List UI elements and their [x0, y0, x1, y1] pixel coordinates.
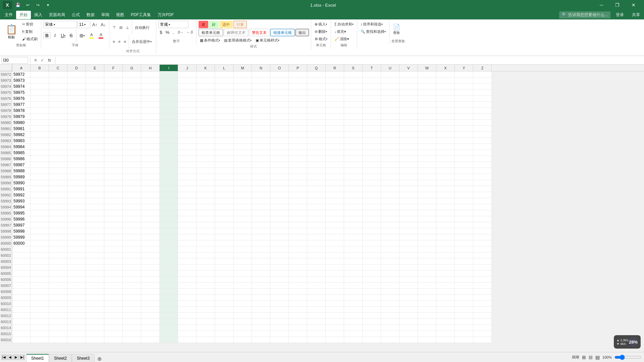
grid-cell[interactable] — [215, 216, 233, 222]
grid-cell[interactable] — [86, 270, 104, 277]
grid-cell[interactable] — [455, 307, 473, 313]
grid-cell[interactable] — [418, 331, 436, 337]
grid-cell[interactable] — [473, 96, 492, 102]
grid-cell[interactable] — [67, 180, 86, 186]
grid-cell[interactable] — [86, 210, 104, 216]
grid-cell[interactable] — [104, 126, 123, 132]
grid-cell[interactable] — [363, 120, 381, 126]
grid-cell[interactable] — [326, 71, 344, 77]
row-number[interactable]: 59980 — [0, 120, 12, 126]
font-name-selector[interactable]: 宋体 ▾ — [43, 21, 77, 28]
grid-cell[interactable] — [473, 186, 492, 192]
row-number[interactable]: 59983 — [0, 138, 12, 144]
grid-cell[interactable] — [381, 168, 399, 174]
grid-cell[interactable] — [86, 150, 104, 156]
grid-cell[interactable] — [326, 283, 344, 289]
grid-cell[interactable] — [326, 77, 344, 83]
grid-cell[interactable] — [197, 295, 215, 301]
grid-cell[interactable] — [67, 162, 86, 168]
grid-cell[interactable] — [215, 83, 233, 89]
grid-cell[interactable] — [344, 138, 363, 144]
grid-cell[interactable] — [252, 120, 270, 126]
grid-cell[interactable] — [363, 144, 381, 150]
font-color-button[interactable]: A — [97, 32, 105, 39]
grid-cell[interactable] — [178, 144, 197, 150]
grid-cell[interactable] — [12, 307, 31, 313]
grid-cell[interactable] — [178, 331, 197, 337]
grid-cell[interactable] — [326, 108, 344, 114]
grid-cell[interactable] — [289, 132, 307, 138]
grid-cell[interactable] — [178, 313, 197, 319]
grid-cell[interactable] — [178, 295, 197, 301]
grid-cell[interactable] — [252, 132, 270, 138]
grid-cell[interactable] — [160, 319, 178, 325]
grid-cell[interactable] — [67, 192, 86, 198]
grid-cell[interactable] — [123, 77, 141, 83]
grid-cell[interactable] — [418, 258, 436, 264]
grid-cell[interactable] — [381, 337, 399, 343]
grid-cell[interactable] — [455, 71, 473, 77]
grid-cell[interactable] — [363, 216, 381, 222]
row-number[interactable]: 59974 — [0, 83, 12, 89]
grid-cell[interactable] — [252, 71, 270, 77]
grid-cell[interactable] — [12, 295, 31, 301]
grid-cell[interactable]: 59996 — [12, 216, 31, 222]
decimal-inc-button[interactable]: .0→ — [176, 29, 184, 36]
grid-cell[interactable] — [141, 156, 160, 162]
grid-cell[interactable] — [381, 240, 399, 246]
grid-cell[interactable] — [67, 319, 86, 325]
grid-cell[interactable] — [326, 210, 344, 216]
format-painter-button[interactable]: 🖌 格式刷 — [21, 36, 39, 42]
grid-cell[interactable] — [363, 192, 381, 198]
grid-cell[interactable] — [289, 264, 307, 270]
grid-cell[interactable] — [436, 234, 455, 240]
grid-cell[interactable] — [215, 319, 233, 325]
row-number[interactable]: 59995 — [0, 210, 12, 216]
grid-cell[interactable] — [344, 192, 363, 198]
grid-cell[interactable] — [123, 246, 141, 252]
grid-cell[interactable] — [49, 162, 67, 168]
grid-cell[interactable] — [252, 114, 270, 120]
grid-cell[interactable] — [436, 301, 455, 307]
grid-cell[interactable] — [473, 120, 492, 126]
col-header-f[interactable]: F — [104, 65, 123, 71]
grid-cell[interactable] — [123, 270, 141, 277]
grid-cell[interactable] — [326, 120, 344, 126]
grid-cell[interactable] — [31, 277, 49, 283]
grid-cell[interactable] — [49, 120, 67, 126]
col-header-l[interactable]: L — [215, 65, 233, 71]
grid-cell[interactable] — [363, 138, 381, 144]
grid-cell[interactable] — [289, 102, 307, 108]
grid-cell[interactable]: 59989 — [12, 174, 31, 180]
grid-cell[interactable] — [399, 96, 418, 102]
grid-cell[interactable] — [86, 222, 104, 228]
grid-cell[interactable] — [49, 138, 67, 144]
grid-cell[interactable] — [123, 204, 141, 210]
grid-cell[interactable] — [104, 228, 123, 234]
grid-cell[interactable] — [289, 126, 307, 132]
grid-cell[interactable] — [436, 174, 455, 180]
grid-cell[interactable] — [473, 331, 492, 337]
neutral-style[interactable]: 适中 — [219, 21, 233, 28]
grid-cell[interactable]: 59995 — [12, 210, 31, 216]
grid-cell[interactable] — [67, 198, 86, 204]
grid-cell[interactable] — [215, 71, 233, 77]
grid-cell[interactable] — [418, 295, 436, 301]
grid-cell[interactable] — [418, 186, 436, 192]
grid-cell[interactable] — [307, 331, 326, 337]
grid-cell[interactable] — [418, 277, 436, 283]
cut-button[interactable]: ✂ 剪切 — [21, 21, 39, 27]
grid-cell[interactable] — [104, 204, 123, 210]
insert-function-button[interactable]: fx — [46, 58, 53, 63]
grid-cell[interactable] — [381, 102, 399, 108]
zoom-slider[interactable] — [614, 355, 641, 360]
grid-cell[interactable] — [455, 258, 473, 264]
grid-cell[interactable] — [418, 283, 436, 289]
grid-cell[interactable] — [49, 192, 67, 198]
grid-cell[interactable] — [233, 83, 252, 89]
grid-cell[interactable] — [326, 252, 344, 258]
grid-cell[interactable] — [160, 264, 178, 270]
grid-cell[interactable] — [307, 234, 326, 240]
grid-cell[interactable] — [141, 192, 160, 198]
grid-cell[interactable] — [252, 289, 270, 295]
